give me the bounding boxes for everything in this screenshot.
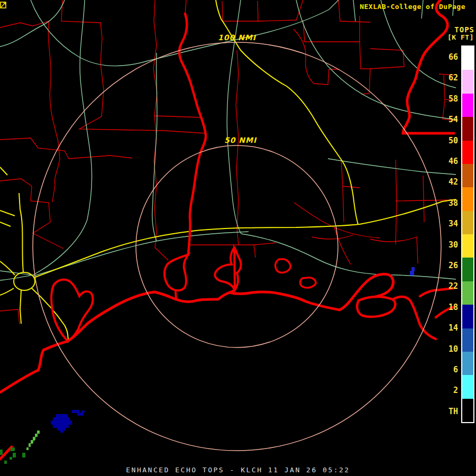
legend-segment-cyan [462,375,473,398]
echo-dark-green-bits [13,453,16,457]
echo-navy-cluster [51,420,72,425]
legend-segment-gold [462,211,473,234]
legend-segment-navy [462,305,473,328]
range-rings [33,42,441,451]
sabine-lake-outline [164,254,188,299]
echo-blue-cell [410,271,414,276]
calcasieu-lake-outline [215,248,241,292]
legend-segment-pale-pink [462,70,473,93]
college-of-dupage-logo-icon [0,2,6,8]
echo-light-green-streaks [29,444,31,447]
east-bays [392,288,454,339]
grand-lake-outline [300,278,316,288]
echo-light-green-streaks [31,441,33,444]
echo-navy-cluster [81,410,85,413]
white-lake-outline [276,259,291,272]
legend-segment-red-orange [462,164,473,187]
legend-segment-black [462,399,473,422]
range-ring-100nmi [33,42,441,451]
ring-label-100nmi: 100 NMI [218,33,256,42]
echo-dark-green-bits [22,453,25,457]
legend-segment-magenta [462,94,473,117]
echo-light-green-streaks [35,434,38,437]
legend-segment-orange [462,187,473,210]
marsh-island-outline [357,297,395,317]
ring-label-50nmi: 50 NMI [224,136,257,144]
legend-segment-dark-red [462,117,473,140]
galveston-bay-outline [51,280,93,341]
radar-map [0,0,476,476]
coastline-and-rivers [0,0,454,459]
echo-navy-cluster [53,425,69,428]
radar-display: NEXLAB-College of DuPage 100 NMI 50 NMI … [0,0,476,476]
gulf-coastline [0,274,393,392]
legend-segment-red [462,141,473,164]
echo-dark-green-bits [10,457,12,460]
echo-dark-green-bits [4,461,7,464]
echo-light-green-streaks [37,431,40,434]
echo-dark-green-bits [11,447,15,451]
mississippi-river [403,0,454,133]
echo-navy-cluster [60,431,63,433]
legend-segment-green [462,281,473,305]
echo-light-green-streaks [33,438,35,441]
echo-navy-cluster [77,413,84,416]
echo-navy-cluster [57,428,66,431]
legend-segment-blue [462,328,473,352]
legend-segment-white [462,47,473,70]
legend-segment-yellow [462,234,473,258]
legend-title: TOPS [454,25,474,34]
legend-segment-steel-blue [462,352,473,375]
legend-color-bar [461,45,474,423]
echo-light-green-streaks [26,447,29,450]
legend-units: [K FT] [447,33,474,41]
legend-segment-dark-green [462,258,473,281]
product-caption: ENHANCED ECHO TOPS - KLCH 11 JAN 26 05:2… [0,466,476,474]
echo-dark-green-bits [0,450,3,455]
nexlab-brand-text: NEXLAB-College of DuPage [360,3,465,11]
echo-blue-cell [411,267,415,271]
